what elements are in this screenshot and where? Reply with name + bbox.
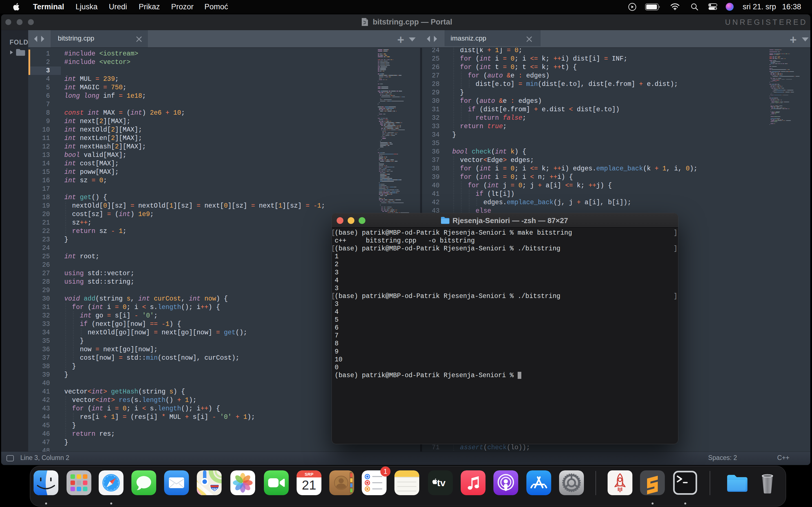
svg-text:21: 21 (302, 478, 316, 492)
svg-text:SRP: SRP (305, 472, 313, 476)
svg-text:280: 280 (211, 487, 218, 492)
svg-text:tv: tv (437, 477, 446, 488)
